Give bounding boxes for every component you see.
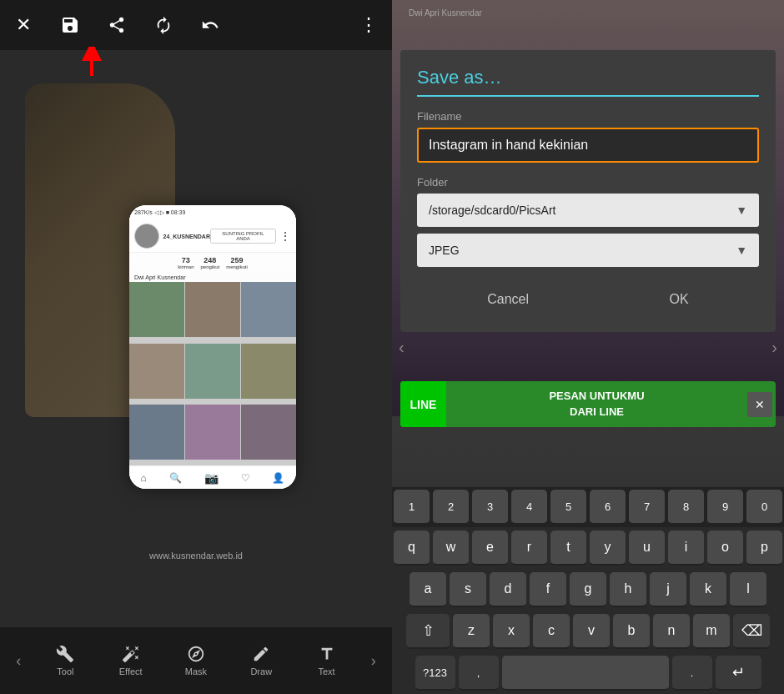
rotate-button[interactable] [148,10,178,40]
instagram-navbar: ⌂ 🔍 📷 ♡ 👤 [129,465,296,489]
tool-button[interactable]: Tool [44,645,86,676]
profile-nav-icon: 👤 [272,472,284,484]
key-z[interactable]: z [453,614,490,649]
ad-line2: DARI LINE [446,405,747,420]
left-panel: ✕ ⋮ [0,0,392,694]
key-k[interactable]: k [690,572,726,607]
following-stat: 259 mengikuti [226,256,248,269]
cancel-button[interactable]: Cancel [462,284,554,315]
format-select[interactable]: JPEG ▼ [417,234,759,267]
key-r[interactable]: r [511,531,547,566]
nav-left-arrow[interactable]: ‹ [16,652,21,670]
draw-label: Draw [250,666,272,676]
options-icon: ⋮ [279,229,291,243]
dialog-nav-right[interactable]: › [771,338,777,357]
effect-button[interactable]: Effect [110,645,152,676]
ad-text: PESAN UNTUKMU DARI LINE [446,389,747,419]
key-4[interactable]: 4 [511,490,547,525]
key-j[interactable]: j [650,572,686,607]
period-key[interactable]: . [672,656,712,691]
key-y[interactable]: y [590,531,626,566]
phone-statusbar: 287K/s ◁ ▷ ■ 08:39 [129,205,296,220]
text-label: Text [318,666,334,676]
key-c[interactable]: c [533,614,570,649]
key-o[interactable]: o [707,531,743,566]
key-n[interactable]: n [653,614,690,649]
text-button[interactable]: Text [306,645,348,676]
key-6[interactable]: 6 [590,490,626,525]
key-v[interactable]: v [573,614,610,649]
key-e[interactable]: e [472,531,508,566]
key-m[interactable]: m [693,614,730,649]
key-i[interactable]: i [668,531,704,566]
key-1[interactable]: 1 [394,490,430,525]
save-button[interactable] [55,10,85,40]
key-7[interactable]: 7 [629,490,665,525]
key-a[interactable]: a [410,572,446,607]
mask-button[interactable]: Mask [175,645,217,676]
key-u[interactable]: u [629,531,665,566]
top-toolbar: ✕ ⋮ [0,0,392,50]
key-h[interactable]: h [610,572,646,607]
key-p[interactable]: p [746,531,782,566]
camera-nav-icon: 📷 [204,471,219,485]
key-b[interactable]: b [613,614,650,649]
asdf-row: a s d f g h j k l [392,569,784,611]
enter-key[interactable]: ↵ [716,656,761,691]
folder-value: /storage/sdcard0/PicsArt [429,204,556,217]
filename-input[interactable] [417,128,759,163]
edit-profile-btn[interactable]: SUNTING PROFIL ANDA [210,229,276,244]
instagram-header: 24_KUSNENDAR SUNTING PROFIL ANDA ⋮ [129,220,296,253]
share-button[interactable] [102,10,132,40]
backspace-key[interactable]: ⌫ [733,614,770,649]
ad-close-button[interactable]: ✕ [747,392,772,417]
format-value: JPEG [429,244,460,257]
mask-label: Mask [185,666,207,676]
number-row: 1 2 3 4 5 6 7 8 9 0 [392,487,784,527]
key-2[interactable]: 2 [433,490,469,525]
space-key[interactable] [502,656,669,691]
ok-button[interactable]: OK [645,284,714,315]
key-f[interactable]: f [530,572,566,607]
watermark: www.kusnendar.web.id [149,551,243,561]
canvas-area: 287K/s ◁ ▷ ■ 08:39 24_KUSNENDAR SUNTING … [0,50,392,627]
draw-button[interactable]: Draw [240,645,282,676]
key-9[interactable]: 9 [707,490,743,525]
key-g[interactable]: g [570,572,606,607]
key-w[interactable]: w [433,531,469,566]
comma-key[interactable]: , [459,656,499,691]
undo-button[interactable] [195,10,225,40]
profile-pic [134,224,159,249]
more-button[interactable]: ⋮ [354,10,384,40]
instagram-stats: 73 kiriman 248 pengikut 259 mengikuti [129,253,296,273]
key-0[interactable]: 0 [746,490,782,525]
format-dropdown-arrow: ▼ [736,244,747,257]
ad-line1: PESAN UNTUKMU [446,389,747,404]
save-arrow-indicator [79,47,104,86]
key-d[interactable]: d [490,572,526,607]
key-s[interactable]: s [450,572,486,607]
key-5[interactable]: 5 [550,490,586,525]
symbols-key[interactable]: ?123 [415,656,455,691]
ad-banner: LINE PESAN UNTUKMU DARI LINE ✕ [400,381,776,427]
key-3[interactable]: 3 [472,490,508,525]
zxcv-row: ⇧ z x c v b n m ⌫ [392,611,784,652]
phone-mockup: 287K/s ◁ ▷ ■ 08:39 24_KUSNENDAR SUNTING … [129,205,296,489]
folder-select[interactable]: /storage/sdcard0/PicsArt ▼ [417,194,759,227]
key-l[interactable]: l [730,572,766,607]
key-x[interactable]: x [493,614,530,649]
dialog-nav-left[interactable]: ‹ [399,338,405,357]
home-nav-icon: ⌂ [140,472,146,484]
nav-right-arrow[interactable]: › [371,652,376,670]
shift-key[interactable]: ⇧ [406,614,450,649]
bottom-row: ?123 , . ↵ [392,652,784,694]
search-nav-icon: 🔍 [169,472,182,484]
close-button[interactable]: ✕ [8,10,38,40]
tool-label: Tool [57,666,73,676]
key-q[interactable]: q [394,531,430,566]
instagram-username: 24_KUSNENDAR [163,234,210,239]
key-t[interactable]: t [550,531,586,566]
key-8[interactable]: 8 [668,490,704,525]
folder-dropdown-arrow: ▼ [736,204,747,217]
activity-nav-icon: ♡ [241,472,250,484]
